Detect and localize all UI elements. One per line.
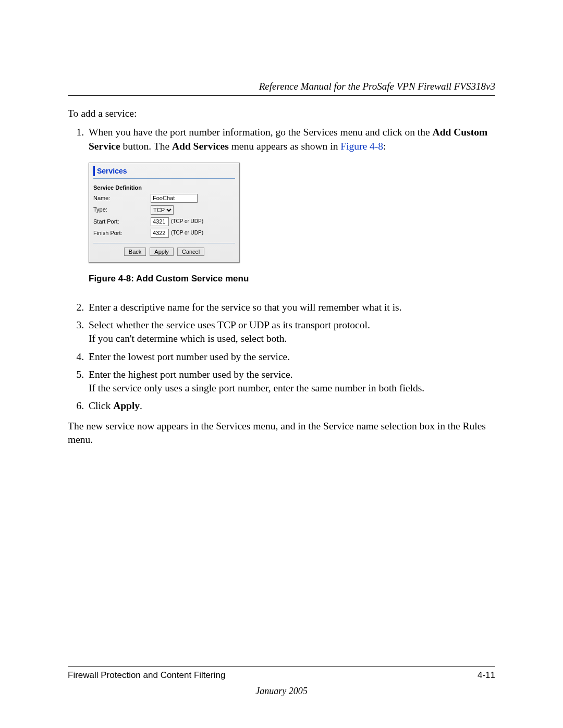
step1-pre: When you have the port number informatio… [89, 127, 433, 138]
footer-page-number: 4-11 [478, 670, 495, 681]
panel-title: Services [93, 166, 235, 176]
panel-rule-top [93, 178, 235, 179]
services-panel: Services Service Definition Name: Type: … [89, 163, 240, 263]
finish-port-input[interactable] [151, 229, 169, 238]
back-button[interactable]: Back [124, 248, 146, 256]
footer-rule [68, 667, 495, 667]
type-select[interactable]: TCP [151, 205, 174, 215]
footer-date: January 2005 [68, 686, 495, 697]
name-label: Name: [93, 194, 151, 202]
step-3: Select whether the service uses TCP or U… [87, 318, 495, 346]
step6-post: . [140, 400, 142, 411]
step6-pre: Click [89, 400, 113, 411]
step3-line1: Select whether the service uses TCP or U… [89, 319, 370, 330]
cancel-button[interactable]: Cancel [177, 248, 204, 256]
step1-mid: button. The [120, 141, 172, 152]
step-4: Enter the lowest port number used by the… [87, 350, 495, 364]
step1-colon: : [383, 141, 386, 152]
doc-header-title: Reference Manual for the ProSafe VPN Fir… [68, 81, 495, 92]
step6-bold: Apply [113, 400, 140, 411]
apply-button[interactable]: Apply [150, 248, 174, 256]
start-port-note: (TCP or UDP) [171, 218, 203, 225]
header-rule [68, 95, 495, 96]
start-port-label: Start Port: [93, 218, 151, 226]
name-input[interactable] [151, 194, 198, 203]
step5-line2: If the service only uses a single port n… [89, 382, 424, 393]
finish-port-label: Finish Port: [93, 229, 151, 237]
step1-post: menu appears as shown in [229, 141, 340, 152]
figure-caption: Figure 4-8: Add Custom Service menu [89, 273, 495, 285]
intro-text: To add a service: [68, 107, 495, 120]
step-6: Click Apply. [87, 399, 495, 413]
figure-link[interactable]: Figure 4-8 [340, 141, 383, 152]
type-label: Type: [93, 206, 151, 214]
step-2: Enter a descriptive name for the service… [87, 301, 495, 314]
finish-port-note: (TCP or UDP) [171, 229, 203, 237]
start-port-input[interactable] [151, 217, 169, 226]
step-1: When you have the port number informatio… [87, 126, 495, 153]
after-text: The new service now appears in the Servi… [68, 419, 495, 447]
step-5: Enter the highest port number used by th… [87, 368, 495, 396]
panel-section-label: Service Definition [93, 184, 235, 192]
step5-line1: Enter the highest port number used by th… [89, 369, 293, 380]
step1-bold2: Add Services [172, 141, 229, 152]
footer-left: Firewall Protection and Content Filterin… [68, 670, 225, 681]
step3-line2: If you can't determine which is used, se… [89, 333, 287, 344]
